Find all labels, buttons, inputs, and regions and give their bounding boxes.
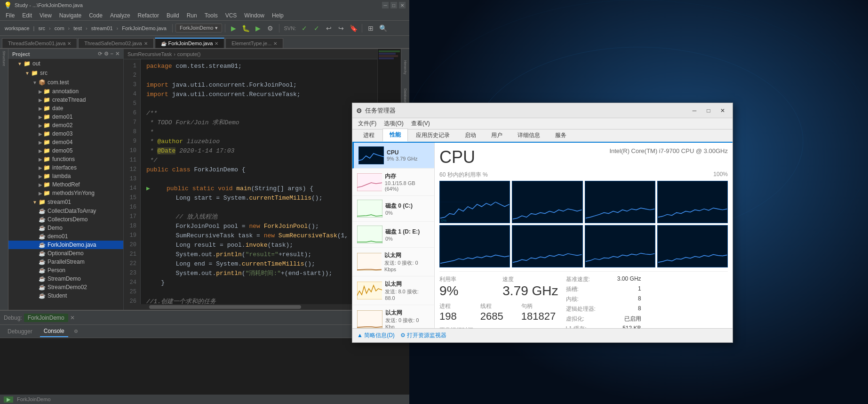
tm-menu-options[interactable]: 选项(O) <box>380 119 407 129</box>
tm-sidebar-eth1[interactable]: 以太网 发送: 8.0 接收: 88.0 <box>352 276 434 305</box>
bookmark-button[interactable]: 🔖 <box>348 23 359 34</box>
structure-label[interactable]: Structure <box>2 51 6 66</box>
menu-analyze[interactable]: Analyze <box>106 11 134 20</box>
toolbar-test[interactable]: test <box>71 24 85 32</box>
tree-item-demo01-java[interactable]: ☕ demo01 <box>8 232 123 241</box>
toolbar-filename[interactable]: ForkJoinDemo.java <box>119 24 169 32</box>
debug-close[interactable]: ✕ <box>70 315 75 321</box>
tree-item-lambda[interactable]: ▶ 📁 lambda <box>8 172 123 180</box>
tree-item-demo-java[interactable]: ☕ Demo <box>8 224 123 232</box>
menu-view[interactable]: View <box>36 11 56 20</box>
tree-item-streamdemo02[interactable]: ☕ StreamDemo02 <box>8 283 123 291</box>
toolbar-src[interactable]: src <box>35 24 48 32</box>
vcs-commit-button[interactable]: ✓ <box>311 23 322 34</box>
menu-refactor[interactable]: Refactor <box>134 11 163 20</box>
database-label[interactable]: Database <box>404 89 407 103</box>
menu-help[interactable]: Help <box>268 11 287 20</box>
run-button[interactable]: ▶ <box>228 23 239 34</box>
tab-threadsafe02[interactable]: ThreadSafeDemo02.java ✕ <box>78 38 153 48</box>
tab-elementtype[interactable]: ElementType.je... ✕ <box>225 38 283 48</box>
tree-item-date[interactable]: ▶ 📁 date <box>8 104 123 113</box>
toolbar-stream01[interactable]: stream01 <box>88 24 116 32</box>
tab-forkjoin[interactable]: ☕ ForkJoinDemo.java ✕ <box>155 38 225 48</box>
tree-item-student[interactable]: ☕ Student <box>8 291 123 300</box>
tm-tab-history[interactable]: 应用历史记录 <box>409 129 457 142</box>
collapse-icon[interactable]: − <box>111 51 113 57</box>
tm-sidebar-memory[interactable]: 内存 10.1/15.8 GB (64%) <box>352 169 434 196</box>
tree-item-annotation[interactable]: ▶ 📁 annotation <box>8 87 123 96</box>
menu-window[interactable]: Window <box>240 11 268 20</box>
debug-config[interactable]: ForkJoinDemo <box>24 314 68 322</box>
redo-button[interactable]: ↪ <box>335 23 347 34</box>
tm-sidebar-disk1[interactable]: 磁盘 1 (D: E:) 0% <box>352 222 434 248</box>
tm-sidebar-cpu[interactable]: CPU 9% 3.79 GHz <box>352 143 434 169</box>
tab-close-icon[interactable]: ✕ <box>273 41 277 46</box>
tab-close-icon[interactable]: ✕ <box>67 41 71 46</box>
tm-tab-details[interactable]: 详细信息 <box>510 129 547 142</box>
tree-item-forkjoin[interactable]: ☕ ForkJoinDemo.java <box>8 241 123 249</box>
tm-tab-startup[interactable]: 启动 <box>458 129 483 142</box>
menu-file[interactable]: File <box>2 11 18 20</box>
menu-code[interactable]: Code <box>85 11 106 20</box>
menu-edit[interactable]: Edit <box>18 11 36 20</box>
tree-item-createThread[interactable]: ▶ 📁 createThread <box>8 96 123 104</box>
menu-run[interactable]: Run <box>183 11 201 20</box>
tab-threadsafe01[interactable]: ThreadSafeDemo01.java ✕ <box>2 38 77 48</box>
menu-navigate[interactable]: Navigate <box>56 11 85 20</box>
minimize-button[interactable]: ─ <box>382 2 389 8</box>
maximize-button[interactable]: □ <box>390 2 397 8</box>
tree-item-collectdata[interactable]: ☕ CollectDataToArray <box>8 207 123 215</box>
tree-item-streamdemo[interactable]: ☕ StreamDemo <box>8 275 123 283</box>
tree-item-demo01[interactable]: ▶ 📁 demo01 <box>8 113 123 121</box>
debug-button[interactable]: 🐛 <box>240 23 252 34</box>
close-icon[interactable]: ✕ <box>115 51 119 57</box>
tree-item-comtest[interactable]: ▼ 📦 com.test <box>8 78 123 87</box>
tm-menu-file[interactable]: 文件(F) <box>354 119 380 129</box>
vcs-update-button[interactable]: ✓ <box>299 23 310 34</box>
undo-button[interactable]: ↩ <box>323 23 334 34</box>
split-button[interactable]: ⊞ <box>365 23 376 34</box>
tm-tab-performance[interactable]: 性能 <box>382 129 408 142</box>
tm-summary-btn[interactable]: ▲ 简略信息(D) <box>357 331 395 339</box>
close-button[interactable]: ✕ <box>399 2 406 8</box>
code-lines[interactable]: package com.test.stream01; import java.u… <box>141 59 377 308</box>
scrollbar-thumb[interactable] <box>149 305 301 309</box>
settings-icon[interactable]: ⚙ <box>104 51 109 57</box>
menu-tools[interactable]: Tools <box>201 11 222 20</box>
sync-icon[interactable]: ⟳ <box>98 51 102 57</box>
tm-minimize-button[interactable]: ─ <box>688 105 701 117</box>
tree-item-methodref[interactable]: ▶ 📁 MethodRef <box>8 180 123 189</box>
tm-maximize-button[interactable]: □ <box>702 105 715 117</box>
menu-build[interactable]: Build <box>163 11 183 20</box>
tm-menu-view[interactable]: 查看(V) <box>407 119 434 129</box>
tm-tab-services[interactable]: 服务 <box>548 129 573 142</box>
tree-item-src[interactable]: ▼ 📁 src <box>8 68 123 78</box>
tree-item-methodsyinyong[interactable]: ▶ 📁 methodsYinYong <box>8 189 123 197</box>
search-button[interactable]: 🔍 <box>377 23 389 34</box>
tree-item-demo05[interactable]: ▶ 📁 demo05 <box>8 146 123 155</box>
tree-item-functions[interactable]: ▶ 📁 functions <box>8 155 123 163</box>
toolbar-run-config[interactable]: ForkJoinDemo ▾ <box>175 24 222 32</box>
tab-console[interactable]: Console <box>40 326 68 337</box>
tab-close-icon[interactable]: ✕ <box>144 41 148 46</box>
tm-resource-btn[interactable]: ⚙ 打开资源监视器 <box>400 331 446 339</box>
tree-item-interfaces[interactable]: ▶ 📁 interfaces <box>8 163 123 172</box>
tm-sidebar-eth0[interactable]: 以太网 发送: 0 接收: 0 Kbps <box>352 248 434 276</box>
tm-sidebar-disk0[interactable]: 磁盘 0 (C:) 0% <box>352 196 434 222</box>
tm-sidebar-eth2[interactable]: 以太网 发送: 0 接收: 0 Kbp <box>352 305 434 328</box>
tree-item-optional[interactable]: ☕ OptionalDemo <box>8 249 123 258</box>
bottom-settings-icon[interactable]: ⚙ <box>74 329 78 334</box>
menu-vcs[interactable]: VCS <box>222 11 241 20</box>
tm-tab-users[interactable]: 用户 <box>484 129 510 142</box>
profile-button[interactable]: ⚙ <box>265 23 276 34</box>
tm-close-button[interactable]: ✕ <box>717 105 729 117</box>
tree-item-stream01[interactable]: ▼ 📁 stream01 <box>8 197 123 207</box>
tree-item-collectorsdemo[interactable]: ☕ CollectorsDemo <box>8 215 123 224</box>
tree-item-parallel[interactable]: ☕ ParallelStream <box>8 258 123 266</box>
toolbar-workspace[interactable]: workspace <box>2 24 32 32</box>
tm-tab-process[interactable]: 进程 <box>356 129 382 142</box>
tree-item-person[interactable]: ☕ Person <box>8 266 123 275</box>
coverage-button[interactable]: ▶ <box>253 23 264 34</box>
tree-item-demo02[interactable]: ▶ 📁 demo02 <box>8 121 123 129</box>
toolbar-com[interactable]: com <box>52 24 67 32</box>
